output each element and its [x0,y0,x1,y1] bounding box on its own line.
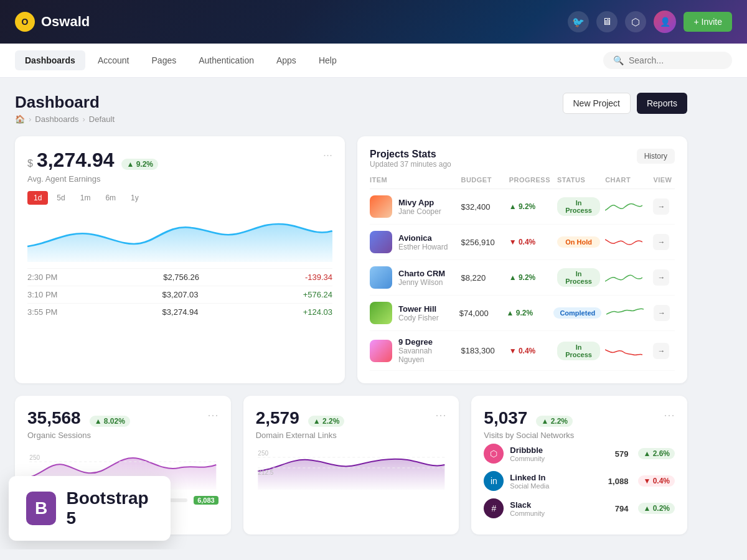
logo-icon: O [15,12,35,32]
bootstrap-overlay: B Bootstrap 5 [9,476,171,541]
project-view-btn-3[interactable]: → [653,269,669,286]
monitor-icon[interactable]: 🖥 [596,11,618,32]
social-info-slack: # Slack Community [484,498,545,518]
project-budget-3: $8,220 [461,273,504,282]
time-6m-button[interactable]: 6m [99,191,122,205]
breadcrumb: 🏠 › Dashboards › Default [15,114,115,124]
time-1y-button[interactable]: 1y [125,191,145,205]
data-row-3: 3:55 PM $3,274.94 +124.03 [27,303,332,320]
domain-more-icon[interactable]: ⋯ [435,408,446,422]
dribbble-name: Dribbble [510,446,545,455]
social-info-linkedin: in Linked In Social Media [484,471,549,491]
nav-dashboards[interactable]: Dashboards [15,50,85,70]
reports-button[interactable]: Reports [637,93,687,114]
th-progress: PROGRESS [509,176,552,184]
svg-text:250: 250 [258,450,268,457]
project-row-2: Avionica Esther Howard $256,910 ▼ 0.4% O… [370,225,675,260]
avatar-image: 👤 [654,11,676,33]
project-view-btn-5[interactable]: → [653,343,669,359]
linkedin-type: Social Media [510,482,549,490]
geo-value: 6,083 [194,496,218,505]
page-title: Dashboard [15,93,115,112]
social-networks-amount-row: 5,037 ▲ 2.2% [484,408,574,428]
breadcrumb-default[interactable]: Default [89,114,115,124]
project-view-btn-4[interactable]: → [654,305,670,321]
new-project-button[interactable]: New Project [563,93,631,114]
project-progress-4: ▲ 9.2% [507,309,549,317]
project-info-3: Charto CRM Jenny Wilson [398,269,445,287]
earnings-change-badge: ▲ 9.2% [121,159,158,170]
invite-button[interactable]: + Invite [684,12,732,32]
project-budget-1: $32,400 [461,202,504,212]
th-status: STATUS [557,176,600,184]
search-input[interactable] [629,55,722,65]
nav-pages[interactable]: Pages [142,50,187,70]
project-avatar-5 [370,340,392,362]
project-status-5: In Process [557,342,600,360]
time-filters: 1d 5d 1m 6m 1y [27,191,332,205]
project-info-4: Tower Hill Cody Fisher [398,304,439,322]
projects-updated: Updated 37 minutes ago [370,160,451,169]
brand-name: Oswald [41,14,90,30]
row2-amount: $3,207.03 [162,290,199,299]
time-5d-button[interactable]: 5d [50,191,71,205]
earnings-chart [27,212,332,262]
topbar: O Oswald 🐦 🖥 ⬡ 👤 + Invite [0,0,747,44]
earnings-header: $ 3,274.94 ▲ 9.2% Avg. Agent Earnings ··… [27,149,332,184]
nav-help[interactable]: Help [309,50,347,70]
social-item-dribbble: ⬡ Dribbble Community 579 ▲ 2.6% [484,440,675,467]
project-item-4: Tower Hill Cody Fisher [370,302,454,324]
slack-icon: # [484,498,504,518]
project-row-5: 9 Degree Savannah Nguyen $183,300 ▼ 0.4%… [370,331,675,371]
topbar-left: O Oswald [15,12,90,32]
earnings-card: $ 3,274.94 ▲ 9.2% Avg. Agent Earnings ··… [15,136,345,383]
page-header-left: Dashboard 🏠 › Dashboards › Default [15,93,115,124]
projects-header: Projects Stats Updated 37 minutes ago Hi… [370,149,675,169]
project-person-3: Jenny Wilson [398,278,445,287]
social-more-icon[interactable]: ⋯ [664,408,675,422]
linkedin-name: Linked In [510,473,549,482]
project-budget-2: $256,910 [461,238,504,247]
social-networks-badge: ▲ 2.2% [536,416,573,427]
slack-change: ▲ 0.2% [638,503,675,514]
project-item-2: Avionica Esther Howard [370,231,456,253]
projects-stats-card: Projects Stats Updated 37 minutes ago Hi… [357,136,687,383]
project-avatar-4 [370,302,392,324]
breadcrumb-dashboards[interactable]: Dashboards [35,114,78,124]
organic-sessions-badge: ▲ 8.02% [90,416,130,427]
time-1d-button[interactable]: 1d [27,191,48,205]
earnings-label: Avg. Agent Earnings [27,174,158,184]
row3-change: +124.03 [303,307,332,317]
earnings-amount: 3,274.94 [37,149,115,172]
project-name-5: 9 Degree [398,337,456,347]
domain-links-label: Domain External Links [256,431,345,440]
row1-time: 2:30 PM [27,273,57,282]
nav-apps[interactable]: Apps [266,50,306,70]
bootstrap-text: Bootstrap 5 [66,488,153,528]
svg-text:212.5: 212.5 [258,469,273,476]
project-status-2: On Hold [557,236,600,248]
cards-grid: $ 3,274.94 ▲ 9.2% Avg. Agent Earnings ··… [15,136,687,383]
avatar[interactable]: 👤 [654,11,676,33]
share-icon[interactable]: ⬡ [625,11,646,32]
domain-links-value: 2,579 [256,408,299,428]
organic-more-icon[interactable]: ⋯ [207,408,218,422]
shield-icon[interactable]: 🐦 [568,11,589,32]
project-view-btn-2[interactable]: → [653,234,669,250]
dribbble-text: Dribbble Community [510,446,545,462]
nav-account[interactable]: Account [88,50,139,70]
project-name-3: Charto CRM [398,269,445,278]
history-button[interactable]: History [637,149,675,164]
more-options-icon[interactable]: ··· [323,149,332,162]
domain-links-header: 2,579 ▲ 2.2% Domain External Links ⋯ [256,408,447,440]
search-box[interactable]: 🔍 [603,52,732,69]
slack-type: Community [510,510,545,517]
projects-title: Projects Stats [370,149,451,160]
nav-authentication[interactable]: Authentication [189,50,264,70]
project-info-2: Avionica Esther Howard [398,233,448,251]
time-1m-button[interactable]: 1m [74,191,97,205]
mini-chart-2 [605,235,648,250]
project-view-btn-1[interactable]: → [653,198,669,215]
earnings-rows: 2:30 PM $2,756.26 -139.34 3:10 PM $3,207… [27,268,332,320]
project-avatar-2 [370,231,392,253]
